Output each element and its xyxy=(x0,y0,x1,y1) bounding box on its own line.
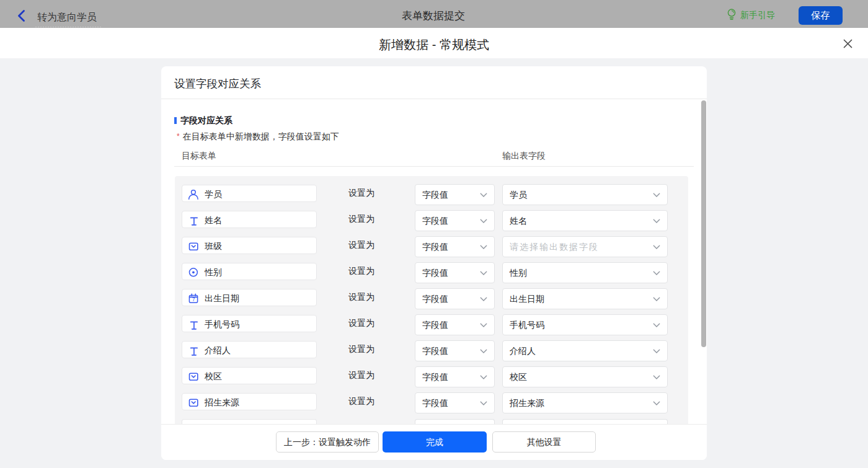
svg-text:7: 7 xyxy=(192,297,195,302)
